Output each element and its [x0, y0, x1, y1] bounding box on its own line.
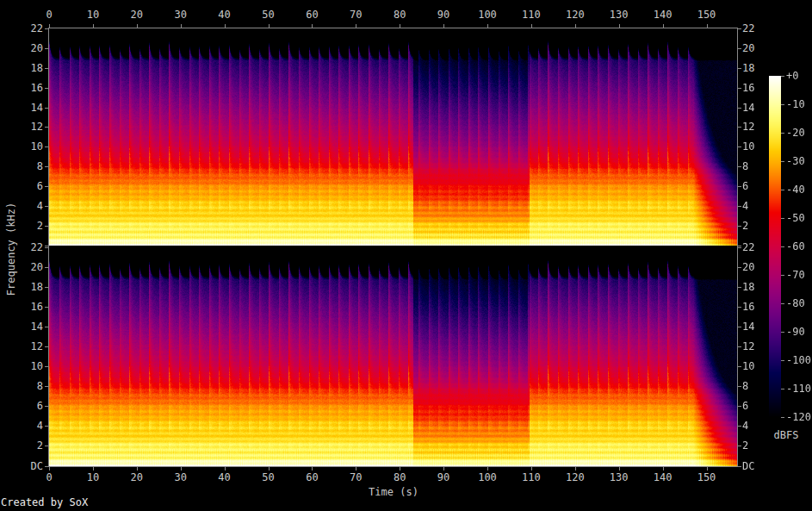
freq-tick-left	[45, 287, 48, 288]
time-tick-bottom	[356, 467, 356, 470]
freq-tick-label: 8	[742, 381, 777, 392]
time-tick-label: 120	[557, 472, 593, 483]
colorbar-tick-label: -70	[786, 270, 812, 281]
time-tick-top	[49, 24, 50, 28]
colorbar-tick	[781, 246, 784, 247]
time-tick-bottom	[619, 467, 620, 470]
time-tick-label: 130	[601, 472, 637, 483]
freq-tick-label: 22	[742, 23, 777, 34]
freq-tick-left	[45, 166, 48, 167]
freq-tick-label: 20	[742, 262, 777, 273]
freq-tick-label: 12	[742, 341, 777, 352]
colorbar-tick	[781, 190, 784, 190]
time-tick-top	[225, 24, 226, 28]
freq-tick-label: 12	[742, 122, 777, 133]
freq-tick-label: 2	[742, 440, 777, 452]
freq-tick-label: 20	[742, 43, 777, 54]
time-tick-label: 60	[294, 9, 330, 21]
time-tick-bottom	[443, 467, 444, 470]
freq-tick-label: 10	[742, 141, 777, 153]
freq-tick-left	[45, 426, 48, 427]
time-tick-label: 110	[513, 9, 549, 21]
freq-tick-left	[45, 247, 48, 248]
time-tick-bottom	[93, 467, 94, 470]
sox-spectrogram-window: Frequency (kHz) Time (s) dBFS Created by…	[0, 0, 812, 511]
time-axis-label: Time (s)	[350, 487, 437, 498]
colorbar-tick-label: -40	[786, 184, 812, 196]
frequency-axis-line-left	[48, 28, 49, 467]
freq-tick-label: DC	[742, 461, 777, 472]
freq-tick-left	[45, 68, 48, 69]
freq-tick-label: 10	[14, 361, 43, 372]
freq-tick-label: 6	[14, 181, 43, 192]
time-tick-label: 90	[425, 472, 462, 483]
freq-tick-right	[738, 246, 741, 246]
freq-tick-label: 18	[14, 63, 43, 74]
freq-tick-label: 14	[14, 103, 43, 114]
time-tick-label: 20	[119, 9, 155, 21]
time-tick-top	[137, 24, 138, 28]
time-tick-top	[707, 24, 708, 28]
time-tick-label: 90	[425, 9, 462, 21]
time-tick-label: 60	[294, 472, 330, 483]
freq-tick-label: 8	[14, 161, 43, 172]
time-tick-label: 10	[75, 9, 111, 21]
freq-tick-label: 4	[14, 421, 43, 432]
time-tick-label: 40	[207, 9, 243, 21]
time-tick-top	[181, 24, 182, 28]
freq-tick-left	[45, 206, 48, 207]
time-tick-top	[487, 24, 488, 28]
freq-tick-right	[738, 48, 741, 49]
freq-tick-right	[738, 108, 741, 109]
time-axis-line-top	[48, 28, 738, 28]
freq-tick-left	[45, 108, 48, 109]
time-tick-top	[312, 24, 313, 28]
time-tick-top	[400, 24, 400, 28]
time-tick-top	[356, 24, 356, 28]
freq-tick-right	[738, 186, 741, 187]
freq-tick-left	[45, 406, 48, 407]
time-tick-label: 50	[251, 472, 287, 483]
freq-tick-label: 2	[14, 440, 43, 452]
freq-tick-label: 10	[742, 361, 777, 372]
colorbar-tick	[781, 161, 784, 162]
time-tick-bottom	[707, 467, 708, 470]
time-tick-label: 0	[31, 9, 67, 21]
colorbar-tick-label: -60	[786, 241, 812, 252]
time-tick-label: 50	[251, 9, 287, 21]
freq-tick-label: 20	[14, 262, 43, 273]
time-tick-bottom	[487, 467, 488, 470]
freq-tick-label: 14	[742, 103, 777, 114]
created-by-sox-credit: Created by SoX	[1, 497, 88, 508]
time-tick-label: 140	[645, 9, 681, 21]
time-tick-label: 80	[381, 472, 418, 483]
freq-tick-left	[45, 366, 48, 367]
freq-tick-label: 16	[14, 83, 43, 94]
freq-tick-left	[45, 226, 48, 227]
colorbar-tick-label: -80	[786, 298, 812, 309]
freq-tick-right	[738, 386, 741, 387]
colorbar-tick	[781, 389, 784, 389]
freq-tick-label: 18	[742, 63, 777, 74]
freq-tick-label: 16	[14, 302, 43, 313]
freq-tick-label: 8	[14, 381, 43, 392]
freq-tick-label: 22	[742, 242, 777, 253]
time-tick-bottom	[49, 467, 50, 470]
time-tick-top	[531, 24, 532, 28]
freq-tick-label: 4	[742, 421, 777, 432]
time-tick-label: 140	[645, 472, 681, 483]
time-tick-top	[619, 24, 620, 28]
freq-tick-label: 18	[14, 282, 43, 293]
freq-tick-label: 18	[742, 282, 777, 293]
freq-tick-right	[738, 267, 741, 268]
freq-tick-right	[738, 68, 741, 69]
freq-tick-left	[45, 246, 48, 246]
freq-tick-left	[45, 48, 48, 49]
colorbar-tick	[781, 303, 784, 304]
colorbar-tick-label: -90	[786, 327, 812, 338]
colorbar-tick	[781, 417, 784, 418]
freq-tick-right	[738, 146, 741, 147]
freq-tick-label: 12	[14, 122, 43, 133]
colorbar-tick-label: -10	[786, 99, 812, 110]
time-tick-label: 70	[338, 9, 374, 21]
